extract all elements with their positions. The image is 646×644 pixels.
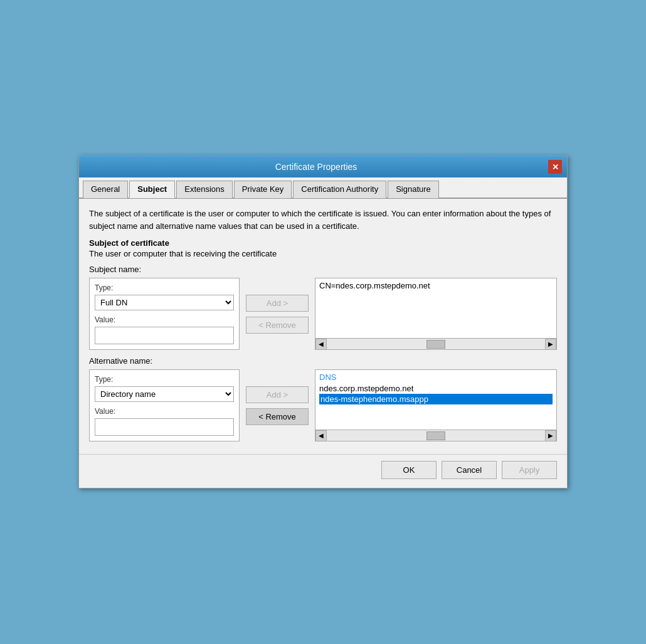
alt-right-content: DNS ndes.corp.mstepdemo.net ndes-mstephe… — [315, 370, 556, 430]
subject-right-content: CN=ndes.corp.mstepdemo.net — [315, 278, 556, 338]
alt-dns-header: DNS — [319, 372, 553, 382]
tab-general[interactable]: General — [83, 181, 128, 198]
subject-left-panel: Type: Full DN Value: — [89, 278, 240, 350]
close-button[interactable]: ✕ — [548, 160, 562, 174]
dialog-footer: OK Cancel Apply — [79, 454, 567, 488]
alt-middle-panel: Add > < Remove — [246, 369, 309, 441]
alt-scroll-left-arrow[interactable]: ◀ — [315, 430, 327, 441]
scroll-track[interactable] — [327, 339, 545, 349]
subject-middle-panel: Add > < Remove — [246, 278, 309, 350]
certificate-properties-dialog: Certificate Properties ✕ General Subject… — [78, 156, 568, 488]
subject-type-dropdown[interactable]: Full DN — [95, 295, 234, 310]
tab-content: The subject of a certificate is the user… — [79, 199, 567, 454]
subject-type-label: Type: — [95, 283, 234, 292]
alternative-name-area: Type: Directory name Value: Add > < Remo… — [89, 369, 557, 441]
alt-left-panel: Type: Directory name Value: — [89, 369, 240, 441]
subject-right-panel: CN=ndes.corp.mstepdemo.net ◀ ▶ — [315, 278, 557, 350]
tab-certification-authority[interactable]: Certification Authority — [293, 181, 386, 198]
tab-private-key[interactable]: Private Key — [234, 181, 292, 198]
alt-right-panel: DNS ndes.corp.mstepdemo.net ndes-mstephe… — [315, 369, 557, 441]
alternative-name-label: Alternative name: — [89, 356, 557, 366]
scroll-right-arrow[interactable]: ▶ — [545, 339, 556, 350]
subject-name-area: Type: Full DN Value: Add > < Remove CN=n… — [89, 278, 557, 350]
subject-cn-value: CN=ndes.corp.mstepdemo.net — [319, 281, 553, 290]
cancel-button[interactable]: Cancel — [442, 461, 497, 479]
subject-scrollbar: ◀ ▶ — [315, 338, 556, 349]
alt-add-button[interactable]: Add > — [246, 386, 309, 403]
alt-value-input[interactable] — [95, 418, 234, 436]
alt-scrollbar: ◀ ▶ — [315, 430, 556, 441]
subject-name-label: Subject name: — [89, 265, 557, 274]
dialog-title: Certificate Properties — [84, 162, 548, 172]
subject-cert-header: Subject of certificate — [89, 238, 557, 248]
ok-button[interactable]: OK — [381, 461, 437, 479]
subject-remove-button[interactable]: < Remove — [246, 317, 309, 334]
tab-subject[interactable]: Subject — [129, 181, 175, 198]
alt-dns-entry2[interactable]: ndes-mstephendemo.msappp — [319, 394, 553, 404]
title-bar: Certificate Properties ✕ — [79, 156, 567, 177]
subject-add-button[interactable]: Add > — [246, 295, 309, 312]
alt-type-dropdown[interactable]: Directory name — [95, 386, 234, 402]
apply-button[interactable]: Apply — [502, 461, 557, 479]
alt-scroll-thumb — [426, 431, 445, 440]
tab-signature[interactable]: Signature — [388, 181, 439, 198]
subject-value-input[interactable] — [95, 327, 234, 344]
subject-value-label: Value: — [95, 315, 234, 324]
subject-cert-sub: The user or computer that is receiving t… — [89, 249, 557, 258]
alt-scroll-right-arrow[interactable]: ▶ — [545, 430, 556, 441]
scroll-thumb — [426, 340, 445, 349]
alt-type-label: Type: — [95, 375, 234, 384]
scroll-left-arrow[interactable]: ◀ — [315, 339, 327, 350]
tab-bar: General Subject Extensions Private Key C… — [79, 177, 567, 199]
tab-extensions[interactable]: Extensions — [176, 181, 233, 198]
alt-value-label: Value: — [95, 407, 234, 416]
description-text: The subject of a certificate is the user… — [89, 208, 557, 232]
alt-remove-button[interactable]: < Remove — [246, 408, 309, 425]
alt-dns-entry1[interactable]: ndes.corp.mstepdemo.net — [319, 383, 553, 394]
alt-scroll-track[interactable] — [327, 430, 545, 441]
